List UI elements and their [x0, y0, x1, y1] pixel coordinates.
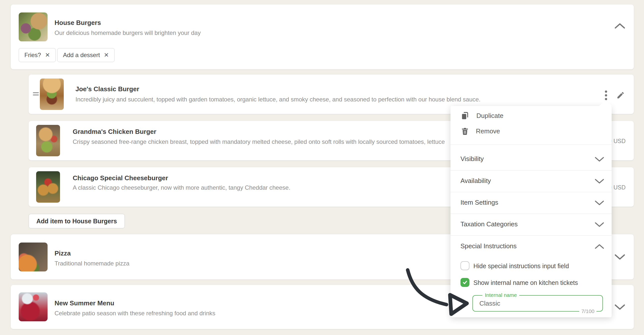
tag-label: Add a dessert [63, 52, 100, 59]
menu-divider [450, 145, 612, 145]
checkbox-hide-special-instructions[interactable] [460, 261, 470, 270]
item-name: Joe's Classic Burger [76, 85, 139, 93]
menu-divider [450, 170, 612, 170]
section-title: New Summer Menu [54, 299, 114, 307]
item-context-menu: Duplicate Remove Visibility Availability [450, 106, 612, 317]
chevron-down-icon[interactable] [594, 222, 604, 229]
duplicate-icon [461, 111, 470, 120]
accordion-label: Taxation Categories [460, 220, 518, 228]
add-item-button[interactable]: Add item to House Burgers [29, 214, 125, 228]
item-name: Chicago Special Cheeseburger [73, 174, 168, 182]
menu-item-duplicate[interactable]: Duplicate [461, 111, 503, 120]
drag-handle-icon[interactable] [33, 91, 39, 97]
char-counter: 7/100 [579, 308, 596, 314]
checkbox-label: Hide special instructions input field [474, 262, 569, 270]
expand-section-chevron-down-icon[interactable] [614, 303, 626, 311]
menu-divider [450, 235, 612, 235]
section-title: Pizza [54, 249, 71, 257]
accordion-label: Special Instructions [460, 242, 516, 250]
section-card-house-burgers: House Burgers Our delicious homemade bur… [11, 5, 634, 69]
section-thumbnail-house-burgers [19, 13, 48, 41]
chevron-down-icon[interactable] [594, 200, 604, 207]
collapse-section-chevron-up-icon[interactable] [614, 23, 626, 31]
menu-item-label: Duplicate [476, 112, 503, 120]
menu-divider [450, 192, 612, 192]
internal-name-field-wrap: Internal name 7/100 [472, 295, 603, 311]
section-thumbnail-new-summer-menu [19, 292, 48, 321]
tag-chip-add-a-dessert[interactable]: Add a dessert ✕ [57, 48, 114, 62]
section-title: House Burgers [54, 19, 101, 27]
chevron-down-icon[interactable] [594, 178, 604, 185]
trash-icon [461, 127, 469, 135]
menu-divider [450, 214, 612, 214]
section-description: Celebrate patio season with these refres… [54, 310, 216, 317]
chevron-up-icon[interactable] [594, 243, 604, 250]
edit-item-pencil-icon[interactable] [616, 91, 625, 101]
internal-name-label: Internal name [482, 292, 519, 298]
menu-item-label: Remove [476, 127, 500, 135]
item-description: Incredibly juicy and succulent, topped w… [76, 96, 480, 103]
remove-tag-icon[interactable]: ✕ [104, 52, 109, 59]
accordion-label: Availability [460, 177, 491, 185]
checkbox-show-internal-name[interactable] [460, 278, 470, 287]
checkbox-label: Show internal name on kitchen tickets [474, 279, 578, 286]
tag-label: Fries? [24, 52, 41, 59]
expand-section-chevron-down-icon[interactable] [614, 253, 626, 261]
item-thumbnail [36, 125, 60, 156]
menu-builder-page: House Burgers Our delicious homemade bur… [0, 0, 644, 335]
section-description: Our delicious homemade burgers will brig… [54, 30, 201, 36]
chevron-down-icon[interactable] [594, 156, 604, 163]
item-thumbnail [36, 171, 60, 203]
section-thumbnail-pizza [19, 242, 48, 271]
item-thumbnail [40, 79, 64, 110]
item-description: A classic Chicago cheeseburger, now with… [73, 184, 290, 191]
check-icon [462, 280, 468, 285]
menu-item-remove[interactable]: Remove [461, 127, 500, 135]
tag-chip-fries[interactable]: Fries? ✕ [19, 48, 56, 62]
section-description: Traditional homemade pizza [54, 260, 130, 267]
accordion-label: Item Settings [460, 199, 498, 206]
item-name: Grandma's Chicken Burger [73, 128, 156, 136]
remove-tag-icon[interactable]: ✕ [45, 52, 50, 59]
accordion-label: Visibility [460, 155, 484, 163]
item-description: Crispy seasoned free-range chicken breas… [73, 138, 445, 145]
menu-caret [599, 100, 612, 106]
